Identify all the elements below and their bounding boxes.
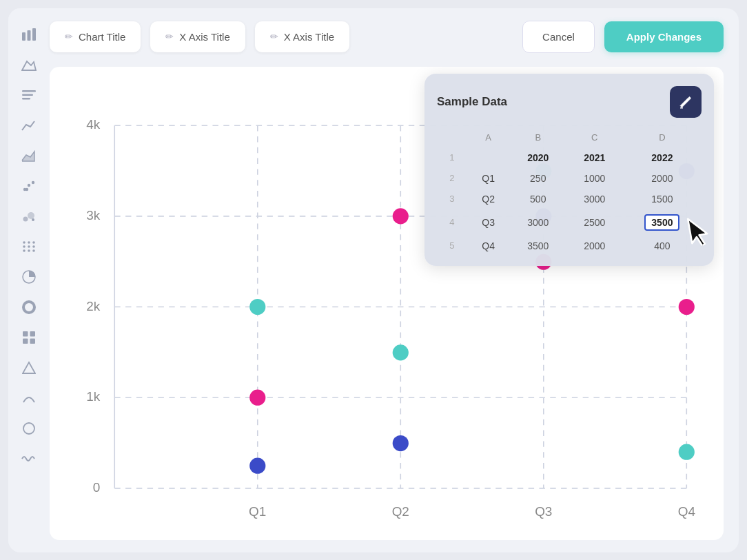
svg-rect-5 [22, 94, 33, 96]
svg-text:Q2: Q2 [392, 504, 409, 518]
svg-rect-2 [32, 28, 36, 41]
col-header-b: B [510, 127, 566, 147]
row-num-3: 3 [437, 189, 467, 209]
mountain-chart-icon[interactable] [17, 52, 41, 77]
svg-point-17 [23, 245, 25, 248]
svg-point-12 [28, 212, 34, 219]
svg-point-15 [28, 241, 30, 244]
grid-icon[interactable] [17, 325, 41, 350]
cell-1-b[interactable]: 2020 [510, 147, 566, 168]
svg-rect-0 [22, 32, 25, 41]
svg-point-55 [393, 344, 409, 360]
svg-text:Q1: Q1 [249, 504, 266, 518]
svg-point-9 [32, 180, 34, 183]
svg-point-14 [23, 241, 25, 244]
pencil-icon-2: ✏ [165, 31, 174, 42]
table-row: 1 2020 2021 2022 [437, 147, 702, 168]
cell-1-a [467, 147, 510, 168]
triangle-icon[interactable] [17, 355, 41, 380]
pencil-icon-1: ✏ [65, 31, 73, 42]
cell-5-c[interactable]: 2000 [566, 236, 623, 256]
toolbar: ✏ Chart Title ✏ X Axis Title ✏ X Axis Ti… [50, 21, 724, 53]
svg-text:Q3: Q3 [535, 504, 552, 518]
line-chart-icon[interactable] [17, 113, 41, 138]
pencil-icon-3: ✏ [270, 31, 278, 42]
svg-point-21 [28, 249, 30, 252]
svg-point-20 [23, 249, 25, 252]
svg-point-18 [28, 245, 30, 248]
circle-icon[interactable] [17, 416, 41, 441]
cell-3-d[interactable]: 1500 [623, 189, 702, 209]
table-row: 4 Q3 3000 2500 3500 [437, 209, 702, 236]
x-axis-title-button-1[interactable]: ✏ X Axis Title [150, 21, 245, 52]
svg-point-16 [32, 241, 35, 244]
chart-title-label: Chart Title [79, 31, 125, 43]
cell-3-a[interactable]: Q2 [467, 189, 510, 209]
svg-point-19 [32, 245, 35, 248]
svg-rect-1 [28, 30, 31, 41]
x-axis-title-label-1: X Axis Title [179, 31, 229, 43]
cell-3-c[interactable]: 3000 [566, 189, 623, 209]
svg-marker-29 [23, 362, 35, 373]
popup-edit-button[interactable] [670, 86, 702, 118]
wave-icon[interactable] [17, 446, 41, 471]
popup-header: Sample Data [437, 86, 702, 118]
data-table: A B C D 1 2020 2021 [437, 127, 702, 256]
svg-text:4k: 4k [86, 117, 101, 132]
x-axis-title-button-2[interactable]: ✏ X Axis Title [255, 21, 349, 52]
row-num-1: 1 [437, 147, 467, 168]
arc-icon[interactable] [17, 386, 41, 411]
sidebar [8, 8, 50, 552]
cell-4-c[interactable]: 2500 [566, 209, 623, 236]
svg-rect-4 [22, 90, 36, 92]
app-container: ✏ Chart Title ✏ X Axis Title ✏ X Axis Ti… [8, 8, 739, 552]
cell-5-d[interactable]: 400 [623, 236, 702, 256]
bar-chart-icon[interactable] [17, 22, 41, 47]
cell-4-a[interactable]: Q3 [467, 209, 510, 236]
cell-3-b[interactable]: 500 [510, 189, 566, 209]
cancel-button[interactable]: Cancel [522, 21, 595, 53]
svg-rect-62 [680, 107, 683, 109]
cell-2-c[interactable]: 1000 [566, 168, 623, 189]
cell-5-b[interactable]: 3500 [510, 236, 566, 256]
svg-point-13 [32, 218, 34, 221]
apply-changes-button[interactable]: Apply Changes [604, 21, 724, 52]
svg-point-24 [23, 302, 34, 313]
chart-svg-container: 4k 3k 2k 1k 0 Q1 Q2 Q3 Q4 [50, 67, 724, 540]
cell-2-b[interactable]: 250 [510, 168, 566, 189]
dot-matrix-icon[interactable] [17, 234, 41, 259]
col-header-a: A [467, 127, 510, 147]
table-row: 3 Q2 500 3000 1500 [437, 189, 702, 209]
svg-marker-3 [22, 61, 36, 70]
svg-point-22 [32, 249, 35, 252]
svg-rect-27 [23, 338, 28, 344]
svg-point-61 [679, 444, 695, 459]
list-chart-icon[interactable] [17, 83, 41, 107]
cell-4-b[interactable]: 3000 [510, 209, 566, 236]
cell-2-d[interactable]: 2000 [623, 168, 702, 189]
sample-data-popup: Sample Data [424, 74, 714, 266]
scatter-icon[interactable] [17, 174, 41, 198]
cell-1-d[interactable]: 2022 [623, 147, 702, 168]
col-header-c: C [566, 127, 623, 147]
svg-point-54 [393, 208, 409, 224]
svg-text:0: 0 [93, 480, 101, 495]
svg-point-8 [28, 183, 30, 186]
area-chart-icon[interactable] [17, 143, 41, 168]
donut-icon[interactable] [17, 295, 41, 320]
table-row: 5 Q4 3500 2000 400 [437, 236, 702, 256]
cell-1-c[interactable]: 2021 [566, 147, 623, 168]
cell-4-d-active[interactable]: 3500 [623, 209, 702, 236]
svg-text:1k: 1k [86, 389, 101, 404]
pie-chart-icon[interactable] [17, 265, 41, 289]
cell-2-a[interactable]: Q1 [467, 168, 510, 189]
row-num-5: 5 [437, 236, 467, 256]
cell-5-a[interactable]: Q4 [467, 236, 510, 256]
sample-data-title: Sample Data [437, 95, 507, 109]
table-row: 2 Q1 250 1000 2000 [437, 168, 702, 189]
col-header-d: D [623, 127, 702, 147]
bubble-icon[interactable] [17, 204, 41, 229]
svg-point-53 [393, 435, 409, 450]
x-axis-title-label-2: X Axis Title [284, 31, 334, 43]
chart-title-button[interactable]: ✏ Chart Title [50, 21, 141, 52]
